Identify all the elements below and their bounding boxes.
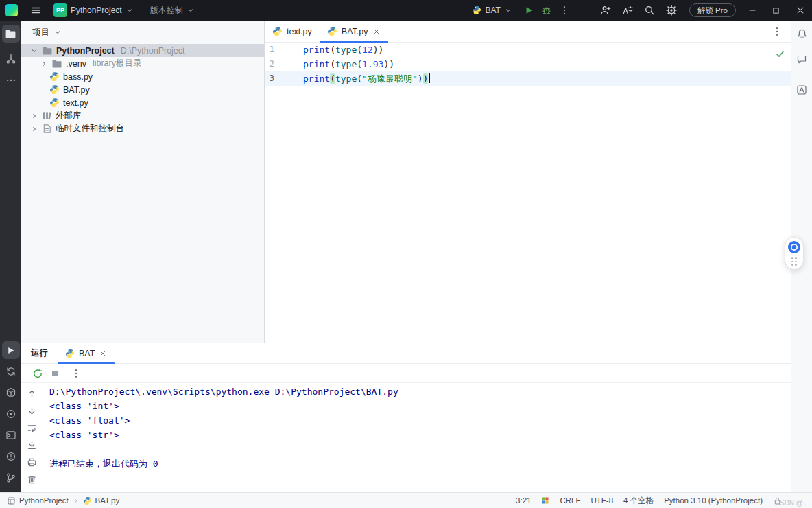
breadcrumb: PythonProject BAT.py bbox=[7, 496, 119, 505]
run-tab-label: BAT bbox=[79, 349, 95, 358]
chevron-right-icon[interactable] bbox=[30, 112, 38, 120]
code-area[interactable]: 1print(type(12))2print(type(1.93))3print… bbox=[265, 43, 791, 86]
close-tab-icon[interactable] bbox=[372, 27, 381, 36]
settings-gear-button[interactable] bbox=[666, 5, 677, 16]
tree-item-venv[interactable]: .venv library根目录 bbox=[21, 57, 264, 70]
minimize-button[interactable] bbox=[740, 0, 764, 21]
python-file-icon bbox=[83, 496, 92, 505]
main-menu-button[interactable] bbox=[26, 2, 45, 19]
console-line: <class 'float'> bbox=[49, 413, 791, 428]
tab-text-py[interactable]: text.py bbox=[265, 21, 320, 43]
search-everywhere-button[interactable] bbox=[644, 5, 655, 16]
translate-icon[interactable] bbox=[622, 5, 633, 16]
stop-button[interactable] bbox=[49, 368, 60, 379]
more-tool-windows-button[interactable] bbox=[2, 71, 20, 89]
coverage-icon bbox=[5, 408, 16, 419]
close-button[interactable] bbox=[788, 0, 812, 21]
chevron-down-icon[interactable] bbox=[53, 28, 62, 36]
ai-assistant-button[interactable] bbox=[787, 240, 801, 254]
encoding-widget[interactable]: UTF-8 bbox=[590, 496, 613, 505]
code-line[interactable]: 1print(type(12)) bbox=[265, 43, 791, 57]
python-packages-tool-button[interactable] bbox=[2, 384, 20, 402]
floating-assistant-widget bbox=[785, 237, 804, 270]
trash-icon bbox=[27, 474, 37, 485]
line-separator-widget[interactable]: CRLF bbox=[560, 496, 580, 505]
python-file-icon bbox=[49, 71, 60, 82]
tree-item-hint: library根目录 bbox=[93, 58, 142, 69]
bell-icon bbox=[796, 28, 808, 40]
colored-grid-icon[interactable] bbox=[541, 496, 549, 505]
debug-button[interactable] bbox=[541, 5, 552, 16]
project-selector[interactable]: PP PythonProject bbox=[49, 2, 138, 19]
structure-tool-button[interactable] bbox=[2, 50, 20, 68]
problems-icon bbox=[5, 451, 16, 462]
tab-bat-py[interactable]: BAT.py bbox=[320, 21, 388, 43]
scratch-file-icon bbox=[42, 124, 52, 134]
close-tab-icon[interactable] bbox=[99, 349, 107, 358]
tree-item-file[interactable]: BAT.py bbox=[21, 83, 264, 96]
maximize-button[interactable] bbox=[764, 0, 788, 21]
project-tool-button[interactable] bbox=[2, 25, 20, 43]
caret-position-widget[interactable]: 3:21 bbox=[516, 496, 531, 505]
coverage-tool-button[interactable] bbox=[2, 405, 20, 423]
git-tool-button[interactable] bbox=[2, 469, 20, 487]
drag-handle-icon[interactable] bbox=[791, 257, 797, 266]
up-stack-trace-button[interactable] bbox=[25, 386, 39, 400]
chevron-right-icon[interactable] bbox=[30, 125, 38, 133]
clear-all-button[interactable] bbox=[25, 472, 39, 486]
run-tab-bat[interactable]: BAT bbox=[58, 343, 115, 364]
tree-item-external-libraries[interactable]: 外部库 bbox=[21, 109, 264, 122]
run-configuration-selector[interactable]: BAT bbox=[468, 2, 516, 19]
run-button[interactable] bbox=[523, 5, 534, 16]
tree-item-label: bass.py bbox=[63, 72, 93, 82]
run-tool-button[interactable] bbox=[2, 341, 20, 359]
services-tool-button[interactable] bbox=[2, 362, 20, 380]
terminal-tool-button[interactable] bbox=[2, 426, 20, 444]
chevron-right-icon[interactable] bbox=[40, 60, 48, 68]
console-output[interactable]: D:\PythonProject\.venv\Scripts\python.ex… bbox=[43, 383, 791, 492]
chevron-down-icon[interactable] bbox=[30, 47, 38, 55]
python-logo-icon bbox=[472, 5, 481, 15]
code-line[interactable]: 2print(type(1.93)) bbox=[265, 57, 791, 71]
editor-tab-bar: text.py BAT.py bbox=[265, 21, 791, 43]
python-file-icon bbox=[327, 26, 337, 36]
unlock-pro-button[interactable]: 解锁 Pro bbox=[689, 3, 736, 17]
project-window-icon bbox=[7, 496, 16, 505]
tab-options-button[interactable] bbox=[772, 26, 791, 37]
code-with-me-button[interactable] bbox=[600, 5, 611, 16]
folder-icon bbox=[51, 58, 62, 69]
project-tool-window: 项目 PythonProject D:\PythonProject .venv … bbox=[21, 21, 265, 343]
tree-item-project-root[interactable]: PythonProject D:\PythonProject bbox=[21, 44, 264, 57]
git-branch-icon bbox=[5, 472, 16, 483]
breadcrumb-project[interactable]: PythonProject bbox=[19, 496, 69, 505]
external-libraries-icon bbox=[42, 111, 52, 121]
project-panel-title: 项目 bbox=[32, 27, 49, 38]
more-actions-button[interactable] bbox=[71, 368, 82, 379]
project-badge: PP bbox=[53, 3, 67, 17]
tree-item-file[interactable]: bass.py bbox=[21, 70, 264, 83]
run-tool-window: 运行 BAT D:\PythonProject\.venv\Scripts\py… bbox=[21, 343, 791, 492]
letter-a-icon bbox=[796, 84, 807, 95]
inspection-ok-icon[interactable] bbox=[775, 48, 785, 59]
problems-tool-button[interactable] bbox=[2, 448, 20, 465]
title-bar: PP PythonProject 版本控制 BAT 解锁 Pro bbox=[0, 0, 812, 21]
tree-item-file[interactable]: text.py bbox=[21, 96, 264, 109]
python-file-icon bbox=[65, 349, 75, 358]
ai-chat-tool-button[interactable] bbox=[793, 50, 811, 68]
down-stack-trace-button[interactable] bbox=[25, 404, 39, 417]
ai-actions-tool-button[interactable] bbox=[793, 81, 811, 99]
terminal-icon bbox=[5, 430, 16, 441]
notifications-button[interactable] bbox=[793, 25, 811, 43]
interpreter-widget[interactable]: Python 3.10 (PythonProject) bbox=[664, 496, 763, 505]
rerun-button[interactable] bbox=[32, 368, 43, 379]
code-line[interactable]: 3print(type("杨豫最聪明")) bbox=[265, 71, 791, 86]
hamburger-icon bbox=[30, 5, 41, 16]
indent-widget[interactable]: 4 个空格 bbox=[623, 496, 654, 506]
scroll-to-end-button[interactable] bbox=[25, 438, 39, 452]
tree-item-scratches[interactable]: 临时文件和控制台 bbox=[21, 122, 264, 135]
soft-wrap-button[interactable] bbox=[25, 421, 39, 435]
vcs-widget[interactable]: 版本控制 bbox=[146, 2, 199, 19]
breadcrumb-file[interactable]: BAT.py bbox=[95, 496, 120, 505]
print-button[interactable] bbox=[25, 455, 39, 469]
more-actions-button[interactable] bbox=[559, 5, 570, 16]
